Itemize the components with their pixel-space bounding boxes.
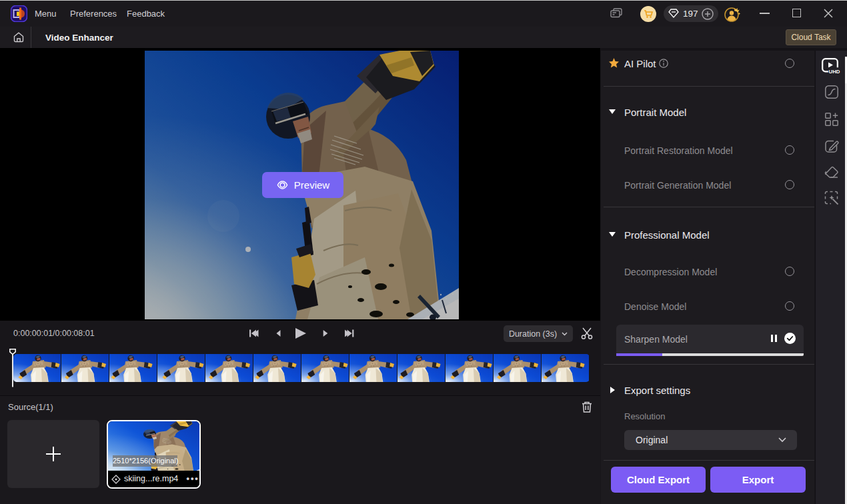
- svg-text:UHD: UHD: [829, 69, 840, 74]
